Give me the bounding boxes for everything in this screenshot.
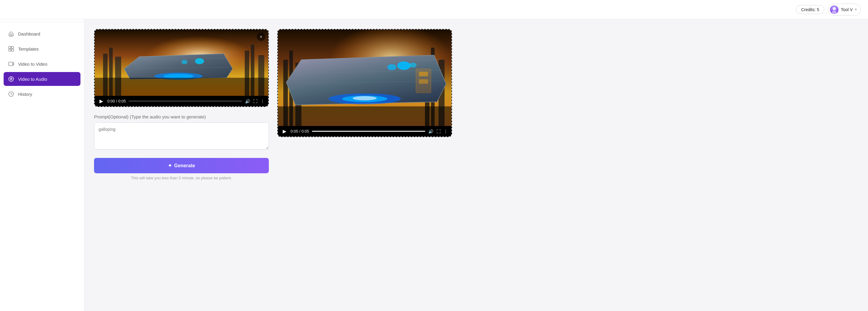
more-options-icon[interactable]: ⋮	[260, 99, 265, 104]
user-menu-button[interactable]: Tool V ▾	[828, 4, 861, 16]
svg-point-47	[409, 63, 416, 67]
fullscreen-icon[interactable]: ⛶	[253, 99, 257, 104]
right-more-options-icon[interactable]: ⋮	[444, 129, 448, 134]
prompt-sublabel-text: (Type the audio you want to generate)	[128, 114, 206, 119]
right-volume-icon[interactable]: 🔊	[428, 129, 433, 134]
sidebar-item-label-templates: Templates	[18, 46, 38, 52]
right-panel: ▶ 0:05 / 0:05 🔊 ⛶ ⋮	[277, 29, 452, 137]
main-content: ×	[84, 19, 868, 311]
svg-rect-10	[9, 62, 13, 66]
svg-rect-5	[10, 34, 12, 36]
credits-label: Credits: 5	[801, 7, 819, 12]
svg-point-45	[397, 61, 410, 70]
sidebar-item-templates[interactable]: Templates	[4, 42, 81, 56]
sidebar: Dream Video AI Dashboard	[0, 0, 84, 311]
prompt-label-text: Prompt(Optional)	[94, 114, 128, 119]
generate-button[interactable]: ✦ Generate	[94, 158, 269, 173]
home-icon	[8, 30, 14, 37]
right-video-time: 0:05 / 0:05	[290, 129, 309, 133]
templates-icon	[8, 45, 14, 52]
sidebar-navigation: Dashboard Templates Video	[0, 22, 84, 106]
generate-hint: This will take you less than 3 minute, s…	[94, 176, 269, 180]
svg-point-27	[195, 58, 204, 64]
user-name-label: Tool V	[841, 7, 852, 12]
sidebar-item-label-video-to-audio: Video to Audio	[18, 76, 47, 82]
video-to-video-icon	[8, 61, 14, 67]
left-progress-bar[interactable]	[129, 101, 242, 101]
right-play-button[interactable]: ▶	[281, 128, 287, 134]
left-video-time: 0:00 / 0:05	[107, 99, 126, 103]
sidebar-item-label-dashboard: Dashboard	[18, 31, 40, 36]
svg-rect-6	[9, 46, 11, 49]
left-panel: ×	[94, 29, 269, 180]
sidebar-item-history[interactable]: History	[4, 87, 81, 101]
sidebar-item-label-history: History	[18, 92, 32, 97]
right-fullscreen-icon[interactable]: ⛶	[436, 129, 441, 134]
svg-rect-50	[419, 79, 428, 84]
prompt-section: Prompt(Optional) (Type the audio you wan…	[94, 114, 269, 151]
sparkle-icon: ✦	[168, 163, 172, 168]
sidebar-item-label-video-to-video: Video to Video	[18, 61, 47, 67]
svg-rect-49	[419, 72, 428, 76]
sidebar-item-video-to-video[interactable]: Video to Video	[4, 57, 81, 71]
app-header: Credits: 5 Tool V ▾	[0, 0, 868, 19]
prompt-textarea[interactable]	[94, 122, 269, 150]
video-to-audio-icon	[8, 75, 14, 82]
svg-point-46	[387, 64, 396, 70]
sidebar-item-dashboard[interactable]: Dashboard	[4, 27, 81, 41]
right-video-thumbnail	[278, 30, 452, 126]
chevron-down-icon: ▾	[855, 7, 857, 11]
svg-point-28	[181, 60, 187, 64]
svg-rect-7	[11, 46, 13, 49]
play-button[interactable]: ▶	[98, 98, 104, 104]
right-video-controls: ▶ 0:05 / 0:05 🔊 ⛶ ⋮	[278, 126, 452, 136]
svg-point-1	[833, 7, 836, 10]
right-progress-fill	[312, 131, 425, 132]
volume-icon[interactable]: 🔊	[245, 99, 250, 104]
svg-rect-29	[95, 78, 268, 96]
svg-point-2	[832, 11, 837, 14]
sidebar-item-video-to-audio[interactable]: Video to Audio	[4, 72, 81, 86]
history-icon	[8, 91, 14, 97]
prompt-label: Prompt(Optional) (Type the audio you wan…	[94, 114, 269, 119]
right-progress-bar[interactable]	[312, 131, 425, 132]
user-avatar	[830, 5, 838, 14]
svg-point-44	[352, 96, 377, 100]
svg-rect-51	[278, 106, 452, 126]
video-upload-area: ×	[94, 29, 269, 107]
generate-section: ✦ Generate This will take you less than …	[94, 158, 269, 180]
svg-rect-9	[11, 49, 13, 51]
close-icon: ×	[260, 34, 262, 39]
left-video-controls: ▶ 0:00 / 0:05 🔊 ⛶ ⋮	[95, 96, 268, 106]
left-video-thumbnail	[95, 30, 268, 96]
generate-button-label: Generate	[174, 163, 195, 168]
svg-rect-8	[9, 49, 11, 51]
credits-badge: Credits: 5	[796, 5, 824, 14]
video-close-button[interactable]: ×	[257, 33, 265, 41]
